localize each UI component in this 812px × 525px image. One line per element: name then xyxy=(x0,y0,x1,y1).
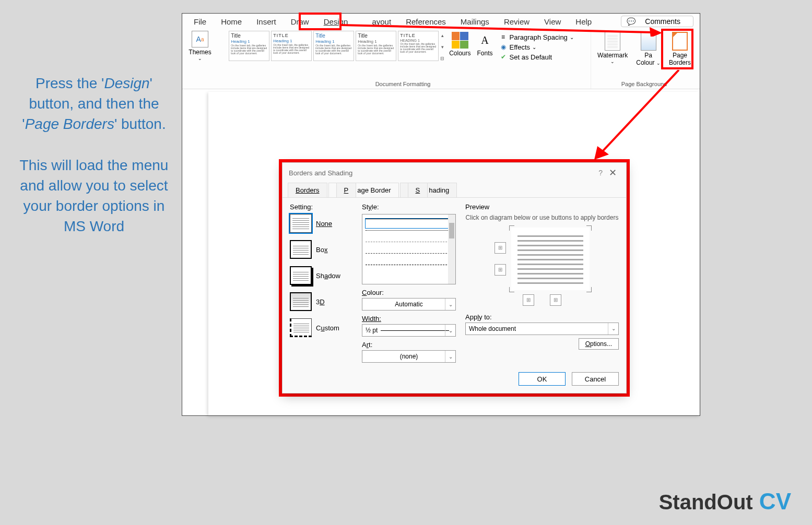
tab-help[interactable]: Help xyxy=(568,15,599,28)
tab-view[interactable]: View xyxy=(537,15,568,28)
help-icon[interactable]: ? xyxy=(595,169,606,177)
art-value: (none) xyxy=(400,353,418,360)
tab-borders[interactable]: Borders xyxy=(288,183,327,197)
chevron-down-icon: ⌄ xyxy=(198,56,202,61)
setting-custom[interactable]: Custom xyxy=(290,318,352,337)
dialog-tabs: Borders Page Border Shading xyxy=(283,183,626,198)
options-button[interactable]: Options... xyxy=(579,338,619,350)
preview-hint: Click on diagram below or use buttons to… xyxy=(465,214,619,222)
page-borders-icon xyxy=(672,32,688,51)
setting-column: Setting: None Box Shadow 3D Custom xyxy=(290,203,352,363)
tab-insert[interactable]: Insert xyxy=(249,15,284,28)
chevron-down-icon: ⌄ xyxy=(445,299,455,310)
style-thumb[interactable]: TitleHeading 1On the Insert tab, the gal… xyxy=(356,31,396,61)
standoutcv-logo: StandOut CV xyxy=(659,488,791,515)
close-icon[interactable]: ✕ xyxy=(606,167,620,178)
tab-review[interactable]: Review xyxy=(497,15,537,28)
style-listbox[interactable] xyxy=(362,214,456,284)
dialog-title: Borders and Shading xyxy=(289,169,352,177)
tab-file[interactable]: File xyxy=(186,15,214,28)
chevron-down-icon: ⌄ xyxy=(445,351,455,362)
art-dropdown[interactable]: (none)⌄ xyxy=(362,350,456,363)
paragraph-spacing-icon: ≡ xyxy=(499,33,508,41)
em-page-borders: Page Borders xyxy=(25,116,114,132)
setting-box[interactable]: Box xyxy=(290,240,352,259)
fonts-label: Fonts xyxy=(477,50,493,57)
check-icon: ✔ xyxy=(499,53,508,61)
format-options: ≡Paragraph Spacing ⌄ ◉Effects ⌄ ✔Set as … xyxy=(496,31,577,63)
width-dropdown[interactable]: ½ pt⌄ xyxy=(362,324,456,337)
themes-icon: Aa xyxy=(192,31,208,47)
border-bottom-toggle[interactable]: ⊞ xyxy=(495,264,506,276)
style-gallery[interactable]: TitleHeading 1On the Insert tab, the gal… xyxy=(229,31,439,63)
ok-button[interactable]: OK xyxy=(519,372,566,386)
label: Effects xyxy=(510,43,531,51)
colours-label: Colours xyxy=(449,50,470,57)
paragraph-spacing-button[interactable]: ≡Paragraph Spacing ⌄ xyxy=(499,33,574,41)
style-dash[interactable] xyxy=(366,253,452,262)
label-a: Page xyxy=(673,52,687,59)
setting-3d-icon xyxy=(290,292,312,311)
style-solid[interactable] xyxy=(366,219,452,228)
style-dash-fine[interactable] xyxy=(366,242,452,251)
tab-references[interactable]: References xyxy=(398,15,453,28)
style-dash-dot[interactable] xyxy=(366,265,452,274)
themes-label: Themes xyxy=(189,49,211,56)
doc-formatting-label: Document Formatting xyxy=(215,81,591,89)
set-default-button[interactable]: ✔Set as Default xyxy=(499,53,574,61)
label: 3D xyxy=(316,298,325,306)
highlight-dialog: Borders and Shading ? ✕ Borders Page Bor… xyxy=(279,159,630,397)
logo-text-b: CV xyxy=(753,488,791,514)
colours-button[interactable]: Colours xyxy=(446,31,474,63)
gallery-more[interactable]: ▴▾⊟ xyxy=(439,31,446,63)
tab-layout[interactable]: ayout xyxy=(364,15,398,28)
instruction-p1: Press the 'Design' button, and then the … xyxy=(13,73,175,135)
tab-draw[interactable]: Draw xyxy=(284,15,316,28)
comments-label: Comments xyxy=(638,15,688,28)
page-colour-icon xyxy=(641,32,656,51)
fonts-icon: A xyxy=(477,32,493,49)
style-thumb[interactable]: TITLEHeading 1On the Insert tab, the gal… xyxy=(271,31,312,61)
border-left-toggle[interactable]: ⊞ xyxy=(523,294,534,306)
apply-to-dropdown[interactable]: Whole document⌄ xyxy=(465,323,619,335)
watermark-button[interactable]: Watermark ⌄ xyxy=(593,31,632,67)
style-thumb[interactable]: TitleHeading 1On the Insert tab, the gal… xyxy=(229,31,269,61)
border-top-toggle[interactable]: ⊞ xyxy=(495,242,506,254)
label: Custom xyxy=(316,324,339,332)
border-right-toggle[interactable]: ⊞ xyxy=(550,294,561,306)
ribbon-content: Aa Themes ⌄ TitleHeading 1On the Insert … xyxy=(182,29,700,89)
page-borders-button[interactable]: Page Borders xyxy=(665,31,695,67)
style-thumb[interactable]: TITLEHEADING 1On the Insert tab, the gal… xyxy=(398,31,439,61)
scrollbar[interactable] xyxy=(448,214,455,284)
tab-mailings[interactable]: Mailings xyxy=(453,15,497,28)
tab-shading[interactable]: Shading xyxy=(400,183,457,197)
setting-shadow[interactable]: Shadow xyxy=(290,266,352,285)
instruction-panel: Press the 'Design' button, and then the … xyxy=(13,73,175,237)
style-label: Style: xyxy=(362,203,456,211)
colour-dropdown[interactable]: Automatic⌄ xyxy=(362,298,456,311)
tab-design[interactable]: Design xyxy=(316,15,356,28)
style-column: Style: Colour: Automatic⌄ Width: ½ pt⌄ A… xyxy=(362,203,456,363)
tab-home[interactable]: Home xyxy=(214,15,249,28)
preview-page[interactable] xyxy=(511,228,590,290)
label: None xyxy=(316,220,332,228)
tab-page-border[interactable]: Page Border xyxy=(328,183,399,197)
colours-icon xyxy=(452,32,468,49)
setting-shadow-icon xyxy=(290,266,312,285)
comments-button[interactable]: 💬 Comments xyxy=(621,16,693,27)
cancel-button[interactable]: Cancel xyxy=(572,372,619,386)
setting-box-icon xyxy=(290,240,312,259)
page-colour-button[interactable]: Pa Colour ⌄ xyxy=(632,31,665,67)
label-a: Pa xyxy=(644,52,652,59)
themes-button[interactable]: Aa Themes ⌄ xyxy=(187,31,213,61)
fonts-button[interactable]: A Fonts xyxy=(474,31,496,63)
label: Watermark xyxy=(597,52,628,59)
chevron-down-icon: ⌄ xyxy=(608,323,618,335)
style-thumb[interactable]: TitleHeading 1On the Insert tab, the gal… xyxy=(313,31,354,61)
ribbon-tabs: File Home Insert Draw Design ayout Refer… xyxy=(182,14,700,29)
setting-3d[interactable]: 3D xyxy=(290,292,352,311)
setting-none[interactable]: None xyxy=(290,214,352,233)
style-dotted[interactable] xyxy=(366,230,452,240)
effects-icon: ◉ xyxy=(499,43,508,51)
effects-button[interactable]: ◉Effects ⌄ xyxy=(499,43,574,51)
